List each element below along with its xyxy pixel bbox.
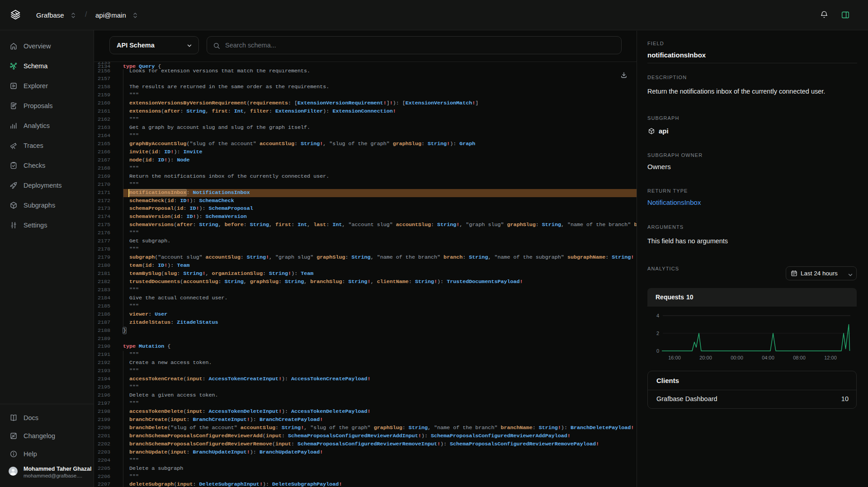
svg-text:00:00: 00:00	[731, 355, 743, 360]
svg-text:0: 0	[656, 348, 659, 354]
svg-text:08:00: 08:00	[793, 355, 806, 360]
svg-text:20:00: 20:00	[699, 355, 712, 360]
svg-text:16:00: 16:00	[668, 355, 681, 360]
svg-text:12:00: 12:00	[824, 355, 837, 360]
svg-text:2: 2	[656, 331, 659, 336]
svg-text:4: 4	[656, 313, 659, 318]
svg-text:04:00: 04:00	[762, 355, 774, 360]
